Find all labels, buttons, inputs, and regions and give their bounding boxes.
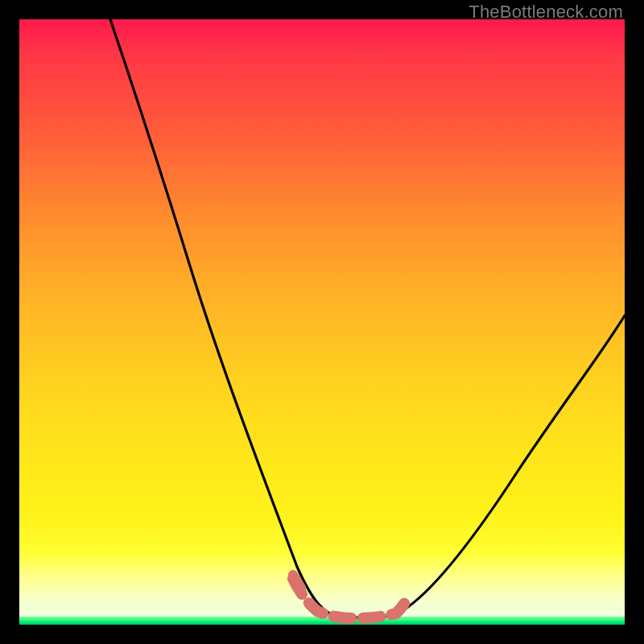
- valley-highlight-nub: [293, 575, 301, 588]
- curves-svg: [19, 19, 625, 625]
- valley-highlight: [293, 579, 409, 618]
- chart-frame: TheBottleneck.com: [0, 0, 644, 644]
- bottleneck-curve: [110, 19, 625, 617]
- plot-area: [19, 19, 625, 625]
